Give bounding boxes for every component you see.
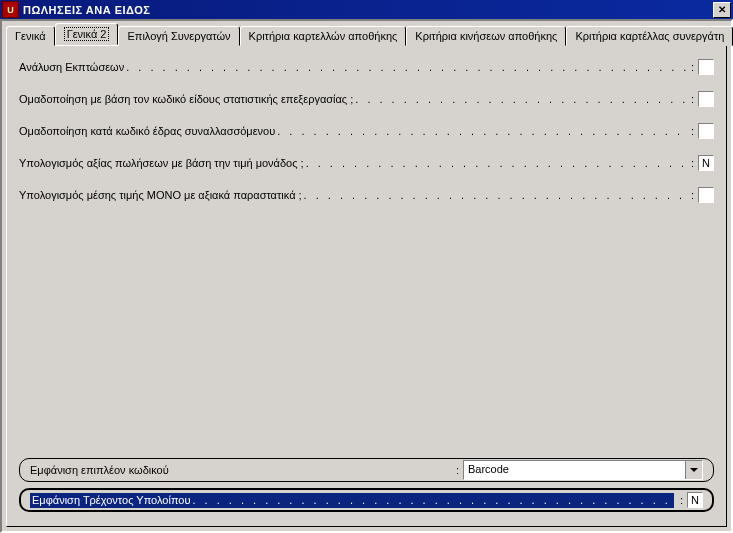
tab-strip: Γενικά Γενικά 2 Επιλογή Συνεργατών Κριτή… [6,25,727,45]
tab-genika-2[interactable]: Γενικά 2 [55,23,119,45]
group-running-balance: Εμφάνιση Τρέχοντος Υπολοίπου . . . . . .… [19,488,714,512]
tab-kritiria-kiniseon-apothikis[interactable]: Κριτήρια κινήσεων αποθήκης [406,26,566,46]
combo-extra-code-value: Barcode [464,461,685,479]
label-ypologismos-mesis-timis: Υπολογισμός μέσης τιμής ΜΟΝΟ με αξιακά π… [19,189,302,201]
tab-epilogi-synergaton[interactable]: Επιλογή Συνεργατών [118,26,239,46]
chevron-down-icon [690,468,698,472]
row-omadopoiisi-kodikou-eidous: Ομαδοποίηση με βάση τον κωδικό είδους στ… [19,90,714,108]
tab-kritiria-kartellon-apothikis[interactable]: Κριτήρια καρτελλών αποθήκης [240,26,407,46]
label-omadopoiisi-kodikou-eidous: Ομαδοποίηση με βάση τον κωδικό είδους στ… [19,93,353,105]
close-button[interactable]: ✕ [713,2,731,18]
input-ypologismos-mesis-timis[interactable] [698,187,714,203]
leader-dots: . . . . . . . . . . . . . . . . . . . . … [124,61,689,73]
window-title: ΠΩΛΗΣΕΙΣ ΑΝΑ ΕΙΔΟΣ [23,4,711,16]
client-area: Γενικά Γενικά 2 Επιλογή Συνεργατών Κριτή… [0,19,733,533]
pill-extra-code: Εμφάνιση επιπλέον κωδικού : Barcode [19,458,714,482]
input-ypologismos-axias-poliseon[interactable] [698,155,714,171]
row-ypologismos-mesis-timis: Υπολογισμός μέσης τιμής ΜΟΝΟ με αξιακά π… [19,186,714,204]
input-analysi-ekptoseon[interactable] [698,59,714,75]
app-icon: U [2,1,19,18]
title-bar: U ΠΩΛΗΣΕΙΣ ΑΝΑ ΕΙΔΟΣ ✕ [0,0,733,19]
group-extra-code: Εμφάνιση επιπλέον κωδικού : Barcode [19,458,714,482]
label-extra-code: Εμφάνιση επιπλέον κωδικού [30,464,169,476]
tab-kritiria-kartellas-synergati[interactable]: Κριτήρια καρτέλλας συνεργάτη [566,26,733,46]
leader-dots: . . . . . . . . . . . . . . . . . . . . … [192,494,673,506]
input-omadopoiisi-kodiko-edras[interactable] [698,123,714,139]
colon: : [689,157,698,169]
row-ypologismos-axias-poliseon: Υπολογισμός αξίας πωλήσεων με βάση την τ… [19,154,714,172]
colon: : [454,464,463,476]
tab-genika[interactable]: Γενικά [6,26,55,46]
row-omadopoiisi-kodiko-edras: Ομαδοποίηση κατά κωδικό έδρας συναλλασσό… [19,122,714,140]
row-analysi-ekptoseon: Ανάλυση Εκπτώσεων . . . . . . . . . . . … [19,58,714,76]
leader-dots: . . . . . . . . . . . . . . . . . . . . … [275,125,689,137]
colon: : [678,494,687,506]
input-omadopoiisi-kodikou-eidous[interactable] [698,91,714,107]
label-ypologismos-axias-poliseon: Υπολογισμός αξίας πωλήσεων με βάση την τ… [19,157,304,169]
pill-running-balance[interactable]: Εμφάνιση Τρέχοντος Υπολοίπου . . . . . .… [19,488,714,512]
label-running-balance: Εμφάνιση Τρέχοντος Υπολοίπου [32,494,192,506]
leader-dots: . . . . . . . . . . . . . . . . . . . . … [304,157,689,169]
colon: : [689,93,698,105]
colon: : [689,189,698,201]
combo-extra-code-button[interactable] [685,461,702,479]
highlight-running-balance: Εμφάνιση Τρέχοντος Υπολοίπου . . . . . .… [30,493,674,508]
colon: : [689,61,698,73]
label-analysi-ekptoseon: Ανάλυση Εκπτώσεων [19,61,124,73]
label-omadopoiisi-kodiko-edras: Ομαδοποίηση κατά κωδικό έδρας συναλλασσό… [19,125,275,137]
colon: : [689,125,698,137]
leader-dots: . . . . . . . . . . . . . . . . . . . . … [353,93,689,105]
leader-dots: . . . . . . . . . . . . . . . . . . . . … [302,189,689,201]
combo-extra-code[interactable]: Barcode [463,460,703,480]
tab-page-genika-2: Ανάλυση Εκπτώσεων . . . . . . . . . . . … [6,45,727,527]
input-running-balance[interactable] [687,492,703,508]
